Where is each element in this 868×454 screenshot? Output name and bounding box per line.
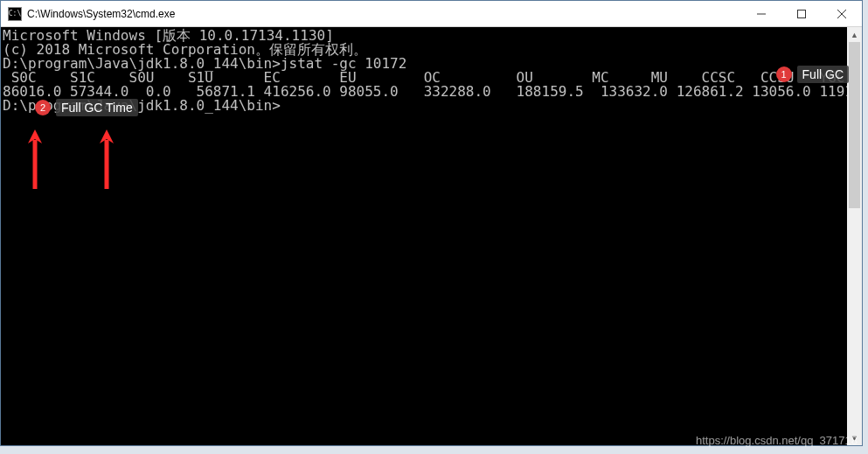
annotation-full-gc-time: 2 Full GC Time [35,99,138,116]
annotation-badge: 2 [35,100,51,115]
scroll-thumb[interactable] [849,42,860,208]
maximize-button[interactable] [781,1,822,26]
svg-rect-1 [798,10,806,17]
annotation-label: Full GC Time [56,99,138,116]
console-area[interactable]: Microsoft Windows [版本 10.0.17134.1130] (… [1,27,862,445]
console-inner: Microsoft Windows [版本 10.0.17134.1130] (… [1,27,847,445]
watermark-text: https://blog.csdn.net/qq_371718 [696,434,858,447]
annotation-label: Full GC [797,66,849,83]
scroll-up-button[interactable]: ▲ [847,27,862,42]
window-title: C:\Windows\System32\cmd.exe [27,8,741,20]
minimize-button[interactable] [741,1,781,26]
close-button[interactable] [822,1,862,26]
cmd-icon: C:\ [8,7,22,21]
annotation-badge: 1 [776,66,792,82]
titlebar[interactable]: C:\ C:\Windows\System32\cmd.exe [1,1,862,27]
annotation-full-gc: 1 Full GC [776,66,849,83]
window-controls [741,1,862,26]
vertical-scrollbar[interactable]: ▲ ▼ [847,27,862,445]
cmd-window: C:\ C:\Windows\System32\cmd.exe Microsof… [0,0,863,446]
